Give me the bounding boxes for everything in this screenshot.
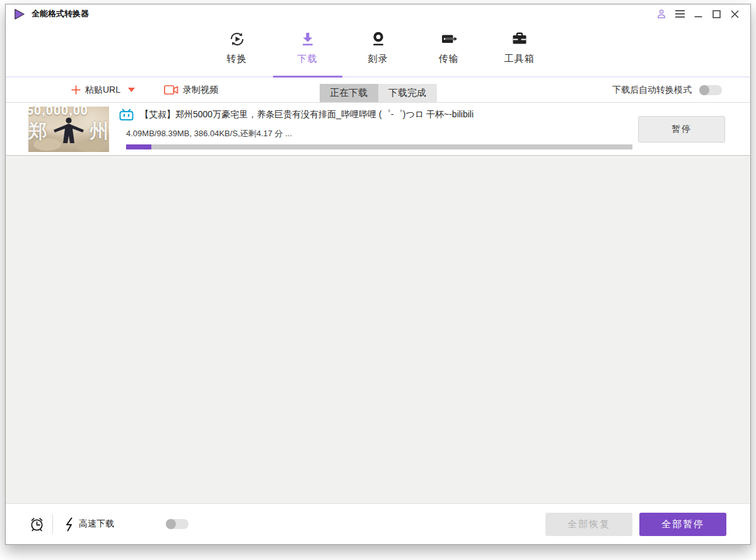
segment-downloading[interactable]: 正在下载 bbox=[320, 84, 378, 102]
download-title: 【艾叔】郑州5000万豪宅里，养条巨贵有没有排面_哔哩哔哩 (゜-゜)つロ 干杯… bbox=[140, 109, 474, 120]
high-speed-toggle[interactable] bbox=[166, 519, 189, 529]
toggle-knob bbox=[166, 519, 176, 529]
download-toolbar: 粘贴URL 录制视频 正在下载 下载完成 下载后自动转换模式 bbox=[6, 78, 750, 103]
maximize-icon[interactable] bbox=[709, 7, 723, 21]
menu-icon[interactable] bbox=[673, 7, 687, 21]
plus-icon bbox=[71, 85, 81, 95]
tab-label: 下载 bbox=[298, 53, 318, 65]
bilibili-tv-icon bbox=[119, 108, 134, 121]
download-icon bbox=[299, 29, 316, 49]
resume-all-button[interactable]: 全部恢复 bbox=[545, 513, 632, 536]
paste-url-label: 粘贴URL bbox=[85, 85, 120, 96]
camcorder-icon bbox=[164, 85, 178, 95]
tab-toolbox[interactable]: 工具箱 bbox=[497, 23, 542, 76]
convert-icon bbox=[228, 29, 246, 49]
progress-bar bbox=[126, 144, 632, 149]
main-nav: 转换 下载 刻录 bbox=[6, 23, 750, 78]
footer: 高速下载 全部恢复 全部暂停 bbox=[6, 503, 750, 544]
tab-transfer[interactable]: 传输 bbox=[427, 23, 471, 76]
thumbnail-headline: 50,000,00 bbox=[28, 107, 109, 118]
download-item-info: 【艾叔】郑州5000万豪宅里，养条巨贵有没有排面_哔哩哔哩 (゜-゜)つロ 干杯… bbox=[119, 107, 632, 149]
user-icon[interactable] bbox=[654, 7, 668, 21]
schedule-button[interactable] bbox=[29, 516, 45, 532]
titlebar: 全能格式转换器 bbox=[6, 4, 750, 23]
paste-url-dropdown-caret[interactable] bbox=[128, 88, 135, 92]
video-thumbnail: 50,000,00 郑 州 bbox=[28, 107, 109, 152]
download-title-row: 【艾叔】郑州5000万豪宅里，养条巨贵有没有排面_哔哩哔哩 (゜-゜)つロ 干杯… bbox=[119, 108, 632, 121]
lightning-icon bbox=[64, 517, 74, 532]
auto-convert-toggle[interactable] bbox=[699, 85, 722, 95]
minimize-icon[interactable] bbox=[691, 7, 705, 21]
app-title: 全能格式转换器 bbox=[32, 8, 89, 20]
tab-label: 刻录 bbox=[368, 53, 388, 65]
toolbox-icon bbox=[511, 29, 528, 49]
burn-icon bbox=[370, 29, 387, 49]
pause-all-button[interactable]: 全部暂停 bbox=[639, 513, 726, 536]
download-item: 50,000,00 郑 州 【艾叔】郑州5000万豪宅里，养条巨贵有没有排面_哔… bbox=[6, 103, 750, 156]
progress-fill bbox=[126, 144, 151, 149]
download-list-area bbox=[6, 156, 750, 503]
paste-url-button[interactable]: 粘贴URL bbox=[71, 85, 120, 96]
transfer-icon bbox=[440, 29, 458, 49]
tab-label: 工具箱 bbox=[504, 53, 535, 65]
app-window: 全能格式转换器 bbox=[5, 4, 751, 545]
tab-download[interactable]: 下载 bbox=[286, 23, 330, 76]
close-icon[interactable] bbox=[728, 7, 741, 21]
high-speed-group: 高速下载 bbox=[64, 517, 114, 532]
tab-convert[interactable]: 转换 bbox=[215, 23, 259, 76]
toolbar-left: 粘贴URL 录制视频 bbox=[71, 85, 218, 96]
tab-label: 转换 bbox=[227, 53, 247, 65]
tab-label: 传输 bbox=[439, 53, 459, 65]
pause-button[interactable]: 暂停 bbox=[638, 116, 725, 143]
thumbnail-right-char: 州 bbox=[90, 119, 108, 144]
thumbnail-left-char: 郑 bbox=[28, 119, 47, 144]
download-stats: 4.09MB/98.39MB, 386.04KB/S,还剩4.17 分 ... bbox=[126, 128, 632, 139]
download-status-segments: 正在下载 下载完成 bbox=[320, 84, 437, 102]
auto-convert-label: 下载后自动转换模式 bbox=[612, 85, 692, 96]
record-video-label: 录制视频 bbox=[183, 85, 218, 96]
app-logo-play bbox=[13, 8, 25, 20]
footer-divider bbox=[52, 514, 53, 534]
segment-completed[interactable]: 下载完成 bbox=[378, 84, 437, 102]
high-speed-label: 高速下载 bbox=[79, 518, 114, 530]
alarm-clock-icon bbox=[29, 516, 45, 532]
toggle-knob bbox=[699, 85, 709, 95]
tab-burn[interactable]: 刻录 bbox=[356, 23, 400, 76]
record-video-button[interactable]: 录制视频 bbox=[164, 85, 218, 96]
toolbar-right: 下载后自动转换模式 bbox=[612, 85, 722, 96]
